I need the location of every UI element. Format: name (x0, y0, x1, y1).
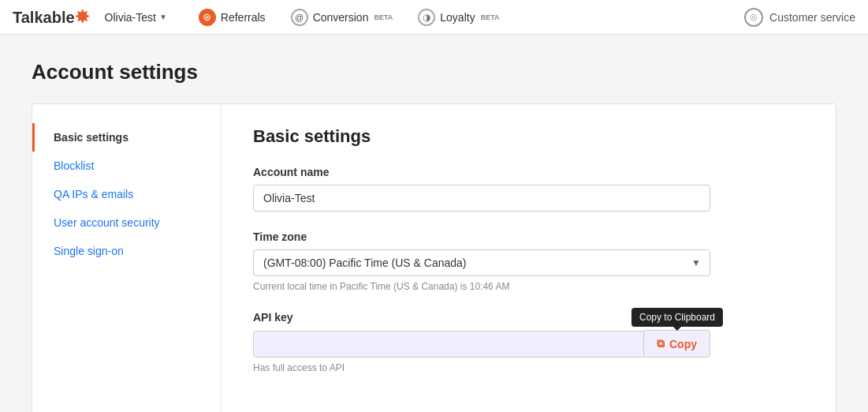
logo-area: Talkable✸ (13, 7, 89, 28)
copy-button-label: Copy (669, 338, 697, 350)
nav-label-conversion: Conversion (313, 11, 369, 24)
nav-items: ⊛ Referrals @ ConversionBETA ◑ LoyaltyBE… (186, 0, 744, 35)
account-name-input[interactable] (253, 185, 710, 212)
api-key-helper-text: Has full access to API (253, 362, 804, 373)
account-selector[interactable]: Olivia-Test ▼ (99, 8, 173, 27)
conversion-beta-badge: BETA (374, 13, 393, 21)
api-key-row: Copy to Clipboard ⧉ Copy (253, 330, 710, 358)
sidebar-item-qa[interactable]: QA IPs & emails (32, 180, 221, 208)
sidebar-item-basic[interactable]: Basic settings (32, 123, 221, 152)
customer-service-icon: ◎ (744, 8, 763, 27)
main-settings-content: Basic settings Account name Time zone (G… (222, 104, 836, 412)
copy-button-wrapper: Copy to Clipboard ⧉ Copy (644, 330, 710, 358)
conversion-icon: @ (291, 9, 308, 26)
loyalty-beta-badge: BETA (481, 13, 500, 21)
sidebar-item-blocklist[interactable]: Blocklist (32, 152, 221, 180)
settings-sidebar: Basic settings Blocklist QA IPs & emails… (32, 104, 222, 412)
timezone-field-group: Time zone (GMT-08:00) Pacific Time (US &… (253, 230, 804, 292)
timezone-select-wrapper: (GMT-08:00) Pacific Time (US & Canada) (… (253, 249, 710, 276)
loyalty-icon: ◑ (418, 9, 435, 26)
settings-card: Basic settings Blocklist QA IPs & emails… (32, 103, 836, 412)
referrals-icon: ⊛ (199, 9, 216, 26)
timezone-helper-text: Current local time in Pacific Time (US &… (253, 281, 804, 292)
timezone-select[interactable]: (GMT-08:00) Pacific Time (US & Canada) (… (253, 249, 710, 276)
account-name-field-group: Account name (253, 166, 804, 212)
logo-text: Talkable✸ (13, 7, 89, 28)
account-name-label: Account name (253, 166, 804, 178)
nav-label-loyalty: Loyalty (440, 11, 475, 24)
nav-item-conversion[interactable]: @ ConversionBETA (278, 0, 406, 35)
nav-label-referrals: Referrals (221, 11, 266, 24)
sidebar-item-security[interactable]: User account security (32, 208, 221, 237)
top-navigation: Talkable✸ Olivia-Test ▼ ⊛ Referrals @ Co… (0, 0, 868, 35)
copy-icon: ⧉ (657, 337, 665, 350)
section-title: Basic settings (253, 126, 804, 147)
api-key-input[interactable] (253, 331, 644, 358)
api-key-field-group: API key Copy to Clipboard ⧉ Copy Has ful… (253, 311, 804, 373)
sidebar-item-sso[interactable]: Single sign-on (32, 237, 221, 265)
timezone-label: Time zone (253, 230, 804, 243)
nav-right: ◎ Customer service (744, 8, 855, 27)
nav-item-loyalty[interactable]: ◑ LoyaltyBETA (405, 0, 512, 35)
page-content: Account settings Basic settings Blocklis… (0, 35, 868, 412)
copy-tooltip: Copy to Clipboard (631, 308, 723, 327)
customer-service-label[interactable]: Customer service (769, 11, 855, 24)
page-title: Account settings (32, 60, 836, 84)
chevron-down-icon: ▼ (159, 13, 167, 21)
nav-item-referrals[interactable]: ⊛ Referrals (186, 0, 278, 35)
account-name: Olivia-Test (105, 11, 156, 24)
